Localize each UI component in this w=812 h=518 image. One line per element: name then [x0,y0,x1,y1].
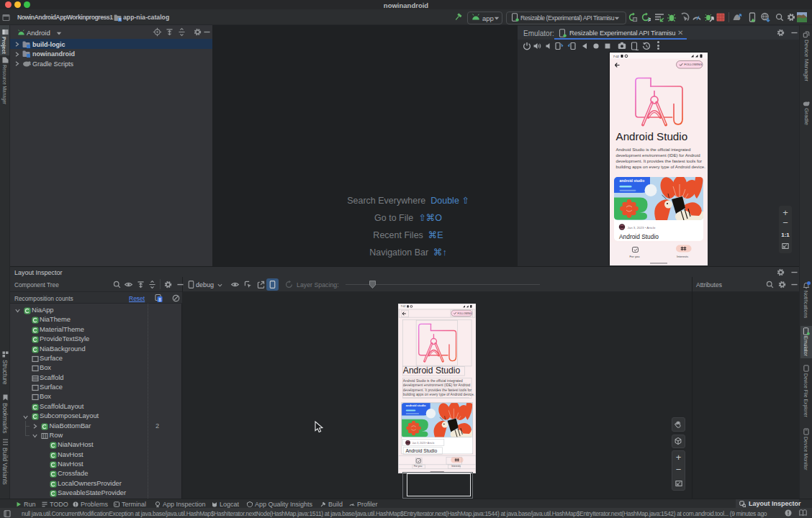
svg-text:A: A [648,17,651,22]
